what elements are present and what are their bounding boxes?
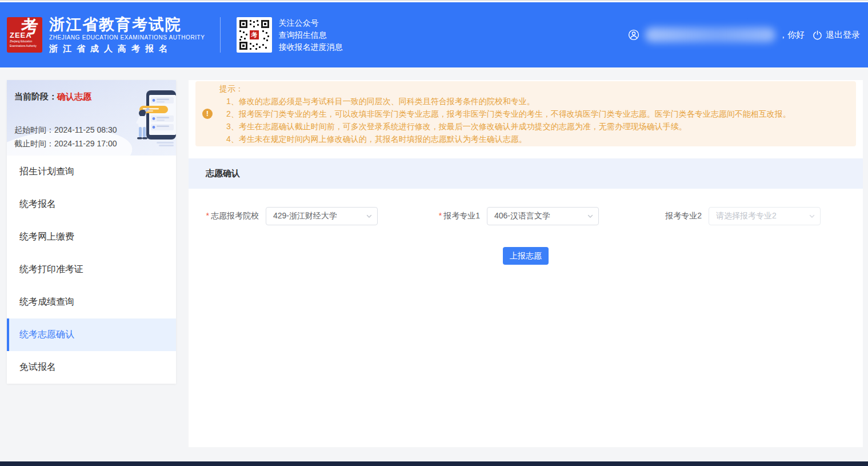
qr-code-image: 考 bbox=[238, 19, 270, 51]
chevron-down-icon bbox=[366, 213, 373, 220]
field-major2: 报考专业2 请选择报考专业2 bbox=[639, 207, 821, 225]
qr-caption: 关注公众号 查询招生信息 接收报名进度消息 bbox=[279, 17, 343, 53]
logo-acronym: ZEEA bbox=[10, 31, 32, 39]
zeea-logo: 考 ZEEA Zhejiang Education Examinations A… bbox=[7, 17, 42, 53]
footer-bar bbox=[0, 461, 868, 466]
menu-item-online-payment[interactable]: 统考网上缴费 bbox=[7, 221, 176, 253]
qr-code: 考 bbox=[237, 17, 272, 53]
tips-line-3: 3、考生在志愿确认截止时间前，可多次登录系统进行修改，按最后一次修改确认并成功提… bbox=[219, 120, 791, 133]
menu-item-exemption-registration[interactable]: 免试报名 bbox=[7, 351, 176, 384]
menu-item-print-admission-ticket[interactable]: 统考打印准考证 bbox=[7, 253, 176, 286]
tips-line-1: 1、修改的志愿必须是与考试科目一致的同层次、同科类且符合报考条件的院校和专业。 bbox=[219, 95, 791, 107]
end-time-row: 截止时间：2024-11-29 17:00 bbox=[14, 137, 176, 150]
tips-text: 提示： 1、修改的志愿必须是与考试科目一致的同层次、同科类且符合报考条件的院校和… bbox=[219, 82, 791, 145]
site-subtitle-cn: 浙江省成人高考报名 bbox=[49, 43, 205, 54]
header: 考 ZEEA Zhejiang Education Examinations A… bbox=[0, 2, 868, 67]
end-time-value: 2024-11-29 17:00 bbox=[54, 139, 117, 148]
field-college-label: *志愿报考院校 bbox=[196, 211, 259, 221]
field-major1: *报考专业1 406-汉语言文学 bbox=[417, 207, 599, 225]
user-name-redacted bbox=[645, 27, 775, 42]
menu-item-unified-exam-registration[interactable]: 统考报名 bbox=[7, 188, 176, 221]
page: 考 ZEEA Zhejiang Education Examinations A… bbox=[0, 0, 868, 466]
end-time-label: 截止时间： bbox=[14, 139, 54, 148]
menu-item-preference-confirmation[interactable]: 统考志愿确认 bbox=[7, 318, 176, 351]
warning-icon: ! bbox=[202, 109, 213, 119]
section-header: 志愿确认 bbox=[189, 158, 863, 189]
start-time-label: 起始时间： bbox=[14, 125, 54, 134]
field-major2-label: 报考专业2 bbox=[639, 211, 702, 221]
user-area: ，你好 退出登录 bbox=[628, 27, 860, 42]
college-select-value: 429-浙江财经大学 bbox=[273, 211, 366, 221]
major1-select-value: 406-汉语言文学 bbox=[494, 211, 587, 221]
sidebar: 当前阶段：确认志愿 起始时间：2024-11-25 08:30 截止时间：202… bbox=[7, 80, 176, 384]
field-college: *志愿报考院校 429-浙江财经大学 bbox=[196, 207, 378, 225]
power-icon[interactable] bbox=[813, 30, 822, 40]
qr-caption-line2: 查询招生信息 bbox=[279, 29, 343, 41]
major1-select[interactable]: 406-汉语言文学 bbox=[487, 207, 599, 225]
menu-item-score-query[interactable]: 统考成绩查询 bbox=[7, 286, 176, 318]
tips-title: 提示： bbox=[219, 82, 791, 95]
header-divider bbox=[220, 17, 221, 53]
qr-caption-line1: 关注公众号 bbox=[279, 17, 343, 29]
tips-line-4: 4、考生未在规定时间内网上修改确认的，其报名时填报的志愿默认为考生确认志愿。 bbox=[219, 133, 791, 145]
start-time-row: 起始时间：2024-11-25 08:30 bbox=[14, 123, 176, 137]
chevron-down-icon bbox=[587, 213, 594, 220]
greeting-text: ，你好 bbox=[779, 30, 805, 41]
required-asterisk: * bbox=[439, 211, 442, 220]
qr-caption-line3: 接收报名进度消息 bbox=[279, 41, 343, 53]
required-asterisk: * bbox=[206, 211, 209, 220]
major2-select[interactable]: 请选择报考专业2 bbox=[709, 207, 821, 225]
college-select[interactable]: 429-浙江财经大学 bbox=[266, 207, 378, 225]
major2-select-placeholder: 请选择报考专业2 bbox=[716, 211, 809, 221]
stage-times: 起始时间：2024-11-25 08:30 截止时间：2024-11-29 17… bbox=[14, 123, 176, 150]
logo-sub-line2: Examinations Authority bbox=[10, 45, 37, 48]
logout-button[interactable]: 退出登录 bbox=[826, 30, 860, 41]
current-stage-label: 当前阶段： bbox=[14, 91, 57, 101]
field-major1-label: *报考专业1 bbox=[417, 211, 480, 221]
preference-form: *志愿报考院校 429-浙江财经大学 *报考专业1 406-汉语言文学 bbox=[189, 207, 863, 225]
svg-text:考: 考 bbox=[250, 31, 257, 38]
brand-text: 浙江省教育考试院 ZHEJIANG EDUCATION EXAMINATIONS… bbox=[49, 16, 205, 54]
user-icon bbox=[628, 29, 639, 41]
submit-preference-button[interactable]: 上报志愿 bbox=[503, 247, 549, 265]
site-title: 浙江省教育考试院 bbox=[49, 16, 205, 33]
start-time-value: 2024-11-25 08:30 bbox=[54, 125, 117, 134]
site-subtitle-en: ZHEJIANG EDUCATION EXAMINATIONS AUTHORIT… bbox=[49, 34, 205, 41]
menu-item-enrollment-plan-query[interactable]: 招生计划查询 bbox=[7, 156, 176, 188]
section-title: 志愿确认 bbox=[206, 168, 240, 179]
logo-sub-line1: Zhejiang Education bbox=[10, 40, 32, 43]
stage-banner: 当前阶段：确认志愿 起始时间：2024-11-25 08:30 截止时间：202… bbox=[7, 80, 176, 156]
current-stage-value: 确认志愿 bbox=[57, 91, 91, 101]
tips-line-2: 2、报考医学门类专业的考生，可以改填非医学门类专业志愿，报考非医学门类专业的考生… bbox=[219, 107, 791, 120]
sidebar-menu: 招生计划查询 统考报名 统考网上缴费 统考打印准考证 统考成绩查询 统考志愿确认… bbox=[7, 156, 176, 384]
main-panel: ! 提示： 1、修改的志愿必须是与考试科目一致的同层次、同科类且符合报考条件的院… bbox=[189, 80, 863, 447]
tips-alert: ! 提示： 1、修改的志愿必须是与考试科目一致的同层次、同科类且符合报考条件的院… bbox=[195, 81, 856, 146]
chevron-down-icon bbox=[809, 213, 815, 220]
current-stage: 当前阶段：确认志愿 bbox=[14, 91, 176, 102]
